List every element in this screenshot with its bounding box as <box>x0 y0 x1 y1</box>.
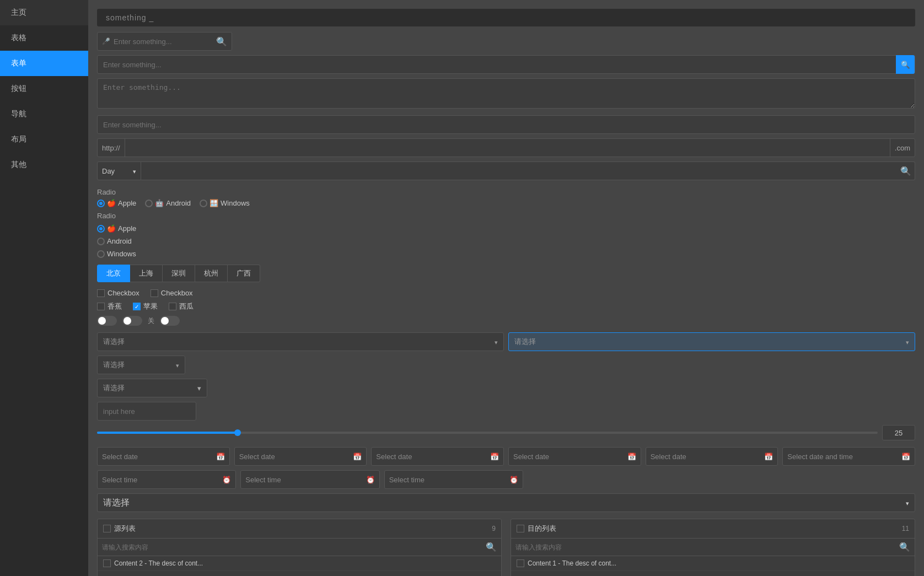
datetime-picker-6[interactable]: Select date and time 📅 <box>782 447 915 466</box>
time-picker-2[interactable]: Select time ⏰ <box>240 470 379 489</box>
transfer-item-cb-1[interactable] <box>103 559 111 567</box>
date-picker-1[interactable]: Select date 📅 <box>97 447 230 466</box>
transfer-item-cb-2[interactable] <box>517 559 524 567</box>
sidebar-item-other[interactable]: 其他 <box>0 152 88 177</box>
transfer-source-search-input[interactable] <box>102 543 482 551</box>
checkbox-banana[interactable]: 香蕉 <box>97 302 122 311</box>
time-picker-3[interactable]: Select time ⏰ <box>384 470 523 489</box>
radio-circle-android <box>145 200 153 207</box>
date-picker-2[interactable]: Select date 📅 <box>234 447 367 466</box>
transfer-target-search: 🔍 <box>511 539 915 556</box>
city-tab-shanghai[interactable]: 上海 <box>130 265 163 282</box>
search-icon-1[interactable]: 🔍 <box>216 36 227 47</box>
search-input-1[interactable] <box>114 37 216 46</box>
slider-track[interactable] <box>97 432 878 434</box>
select-single-chevron <box>176 361 179 369</box>
date-picker-row: Select date 📅 Select date 📅 Select date … <box>97 447 915 466</box>
toggle-2[interactable] <box>122 316 142 326</box>
city-tab-shenzhen[interactable]: 深圳 <box>163 265 195 282</box>
simple-input[interactable] <box>97 115 915 134</box>
checkbox-box-2 <box>151 289 158 297</box>
search-input-2[interactable] <box>98 61 896 69</box>
transfer-source-title: 源列表 <box>114 524 136 534</box>
sidebar-item-button[interactable]: 按钮 <box>0 76 88 101</box>
select-placeholder-2: 请选择 <box>514 337 536 347</box>
select-dropdown-1[interactable]: 请选择 <box>97 332 504 351</box>
radio-section-label: Radio <box>97 187 915 197</box>
radio-inline-group: 🍎 Apple 🤖 Android 🪟 Windows <box>97 199 915 207</box>
select-row-1: 请选择 请选择 <box>97 332 915 351</box>
time-placeholder-1: Select time <box>102 476 137 484</box>
city-tab-guangxi[interactable]: 广西 <box>228 265 260 282</box>
main-content: something _ 🎤 🔍 🔍 http:// .com Day 🔍 Rad… <box>88 0 924 576</box>
select-single-1[interactable]: 请选择 <box>97 356 185 374</box>
radio-windows-label-s: Windows <box>107 250 136 258</box>
toggle-1[interactable] <box>97 316 117 326</box>
something-bar: something _ <box>97 9 915 26</box>
big-select-placeholder: 请选择 <box>103 497 130 509</box>
day-search-input[interactable] <box>141 162 896 180</box>
checkbox-1[interactable]: Checkbox <box>97 289 139 297</box>
select-dropdown-2[interactable]: 请选择 <box>508 332 915 351</box>
sidebar-item-nav[interactable]: 导航 <box>0 101 88 127</box>
radio-android-inline[interactable]: 🤖 Android <box>145 199 191 207</box>
transfer-section: 源列表 9 🔍 Content 2 - The desc of cont... … <box>97 519 915 576</box>
toggle-3[interactable] <box>160 316 180 326</box>
date-placeholder-5: Select date <box>651 453 686 461</box>
transfer-target-checkbox[interactable] <box>517 525 524 532</box>
radio-apple-icon-s: 🍎 <box>107 224 116 233</box>
transfer-target-item-1[interactable]: Content 1 - The desc of cont... <box>511 556 915 571</box>
checkbox-box-1 <box>97 289 105 297</box>
radio-circle-windows-s <box>97 250 105 258</box>
time-picker-1[interactable]: Select time ⏰ <box>97 470 236 489</box>
big-select[interactable]: 请选择 <box>97 493 915 512</box>
checkbox-2[interactable]: Checkbox <box>151 289 193 297</box>
sidebar-item-table[interactable]: 表格 <box>0 25 88 51</box>
day-chevron-icon <box>133 167 136 175</box>
sidebar-item-layout[interactable]: 布局 <box>0 127 88 152</box>
textarea-input[interactable] <box>97 78 915 109</box>
search-row-small: 🎤 🔍 <box>97 32 232 51</box>
select-placeholder-1: 请选择 <box>103 337 125 347</box>
select-chevron-2 <box>906 338 909 346</box>
sidebar-item-form[interactable]: 表单 <box>0 51 88 76</box>
radio-apple-stacked[interactable]: 🍎 Apple <box>97 224 915 233</box>
radio-apple-icon: 🍎 <box>107 199 116 207</box>
transfer-source-item-1[interactable]: Content 2 - The desc of cont... <box>98 556 501 571</box>
datetime-placeholder-6: Select date and time <box>787 453 853 461</box>
transfer-target-search-input[interactable] <box>515 543 896 551</box>
date-placeholder-4: Select date <box>513 453 549 461</box>
city-tab-beijing[interactable]: 北京 <box>97 265 130 282</box>
day-select[interactable]: Day <box>97 162 141 180</box>
radio-circle-apple-s <box>97 225 105 233</box>
checkbox-box-watermelon <box>169 303 176 310</box>
radio-windows-inline[interactable]: 🪟 Windows <box>200 199 250 207</box>
search-row-full: 🔍 <box>97 55 915 74</box>
day-search-button[interactable]: 🔍 <box>896 162 915 180</box>
labeled-input[interactable] <box>97 402 196 421</box>
radio-apple-inline[interactable]: 🍎 Apple <box>97 199 136 207</box>
city-tab-hangzhou[interactable]: 杭州 <box>195 265 228 282</box>
radio-windows-icon: 🪟 <box>209 199 218 207</box>
sidebar: 主页 表格 表单 按钮 导航 布局 其他 <box>0 0 88 576</box>
select-placeholder-3: 请选择 <box>103 383 125 393</box>
transfer-target-list: 目的列表 11 🔍 Content 1 - The desc of cont..… <box>511 519 915 576</box>
checkbox-apple[interactable]: 苹果 <box>133 302 158 311</box>
clock-icon-2: ⏰ <box>366 476 375 484</box>
search-button-2[interactable]: 🔍 <box>896 55 915 74</box>
sidebar-item-home[interactable]: 主页 <box>0 0 88 25</box>
select-single-placeholder: 请选择 <box>103 360 125 370</box>
day-input-row: Day 🔍 <box>97 162 915 180</box>
clock-icon-3: ⏰ <box>509 476 518 484</box>
date-picker-3[interactable]: Select date 📅 <box>371 447 504 466</box>
slider-thumb[interactable] <box>234 429 241 436</box>
radio-windows-stacked[interactable]: Windows <box>97 250 915 258</box>
url-input[interactable] <box>125 144 890 152</box>
transfer-source-checkbox[interactable] <box>103 525 111 532</box>
date-picker-4[interactable]: Select date 📅 <box>508 447 641 466</box>
radio-android-stacked[interactable]: Android <box>97 237 915 245</box>
checkbox-watermelon[interactable]: 西瓜 <box>169 302 194 311</box>
radio-circle-android-s <box>97 238 105 245</box>
select-dropdown-3[interactable]: 请选择 ▾ <box>97 379 207 397</box>
date-picker-5[interactable]: Select date 📅 <box>646 447 778 466</box>
